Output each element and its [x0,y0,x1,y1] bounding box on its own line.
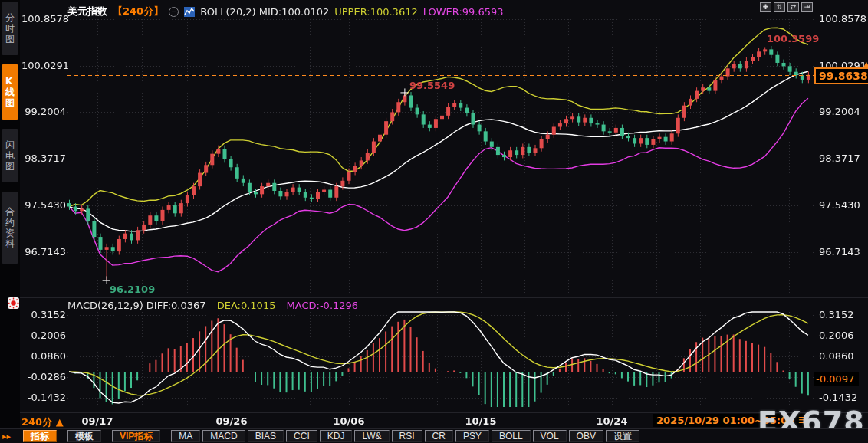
last-macd-tag: -0.0097 [814,372,859,386]
interval-up-arrow-icon: ▲ [56,416,64,428]
annotation-low: 96.2109 [110,284,155,295]
indicator-button-cci[interactable]: CCI [286,430,317,442]
y-axis-label: 97.5430 [21,199,66,211]
indicator-button-boll[interactable]: BOLL [492,430,531,442]
y-axis-label: 99.2004 [21,106,66,117]
indicator-button-lw[interactable]: LW& [354,430,389,442]
symbol-title: 美元指数 [67,5,107,18]
chart-window: 分时图 K线图 闪电图 合约资料 美元指数 【240分】 − [0,0,868,443]
annotation-mid-high: 99.5549 [409,80,455,91]
date-tick-label: 10/24 [597,415,628,427]
indicator-button-psy[interactable]: PSY [455,430,489,442]
x-axis: 240分 ▲ 09/1709/2610/0610/1510/24 2025/10… [20,412,868,428]
chart-type-icon[interactable] [184,7,195,17]
macd-header: MACD(26,12,9) DIFF:0.0367 DEA:0.1015 MAC… [67,300,366,311]
sidebar-tab-kline[interactable]: K线图 [2,64,18,120]
y-axis-label: 98.3717 [819,153,860,164]
date-tick-label: 10/06 [334,415,365,427]
last-price-tag: ▲ 99.8638 [814,67,868,84]
alert-burst-icon[interactable] [7,297,20,313]
last-price-value: 99.8638 [814,67,868,84]
macd-axis-label: -0.1432 [819,392,857,403]
chart-tools: ✚ ⇅ ⇄ ⇥ [760,2,813,12]
sidebar-tab-label: 分时图 [5,12,15,44]
macd-hist-readout: MACD:-0.1296 [287,300,359,311]
toolbar-tab-indicators[interactable]: 指标 [23,430,57,442]
boll-upper-readout: UPPER:100.3612 [334,6,417,18]
sidebar-tab-label: K线图 [5,76,15,108]
axis-zoom-horizontal-icon[interactable]: ⇄ [787,2,799,12]
bottom-toolbar: ▸▸ 指标 模板 VIP指标 MAMACDBIASCCIKDJLW&RSICRP… [0,428,868,443]
indicator-button-macd[interactable]: MACD [202,430,245,442]
macd-axis-label: 0.3152 [819,309,854,320]
y-axis-label: 100.8578 [819,13,866,25]
macd-axis-label: 0.2006 [819,330,854,341]
macd-axis-label: -0.0286 [21,371,66,382]
sidebar-tab-timeshare[interactable]: 分时图 [2,2,18,55]
interval-badge[interactable]: 【240分】 [113,5,163,18]
y-axis-label: 100.0291 [21,60,66,71]
y-axis-label: 96.7143 [819,246,860,258]
indicator-button-[interactable]: 设置 [606,430,639,442]
y-axis-label: 96.7143 [21,246,66,258]
chart-canvas[interactable] [0,0,868,443]
indicator-button-bias[interactable]: BIAS [248,430,284,442]
boll-mid-readout: BOLL(20,2) MID:100.0102 [200,6,329,18]
indicator-buttons: MAMACDBIASCCIKDJLW&RSICRPSYBOLLVOLOBV设置 [171,430,642,442]
indicator-button-cr[interactable]: CR [425,430,453,442]
macd-dea-readout: DEA:0.1015 [217,300,276,311]
date-tick-label: 10/15 [465,415,497,427]
scroll-right-icon[interactable]: ⇥ [801,2,813,12]
indicator-button-rsi[interactable]: RSI [392,430,422,442]
macd-diff-readout: MACD(26,12,9) DIFF:0.0367 [67,300,206,311]
pan-icon[interactable]: ✚ [760,2,771,12]
toolbar-tab-vip-indicators[interactable]: VIP指标 [112,430,160,442]
chart-header: 美元指数 【240分】 − BOLL(20,2) MID:100.0102 UP… [67,5,504,18]
macd-axis-label: 0.0860 [819,350,854,362]
toolbar-tab-templates[interactable]: 模板 [67,430,101,442]
y-axis-label: 99.2004 [819,106,860,117]
y-axis-label: 97.5430 [819,199,860,211]
indicator-button-ma[interactable]: MA [171,430,200,442]
annotation-high: 100.3599 [767,33,819,44]
sidebar-tab-label: 合约资料 [5,206,15,249]
indicator-button-vol[interactable]: VOL [533,430,567,442]
date-tick-label: 09/26 [216,415,248,427]
indicator-button-kdj[interactable]: KDJ [320,430,353,442]
sidebar-tab-lightning[interactable]: 闪电图 [2,129,18,182]
sidebar: 分时图 K线图 闪电图 合约资料 [0,0,20,443]
price-up-arrow-icon: ▲ [863,60,868,68]
indicator-button-obv[interactable]: OBV [569,430,603,442]
axis-zoom-vertical-icon[interactable]: ⇅ [774,2,785,12]
toolbar-expand-icon[interactable]: ▸▸ [0,432,23,441]
boll-lower-readout: LOWER:99.6593 [423,6,504,18]
macd-axis-label: 0.3152 [21,309,66,320]
collapse-icon[interactable]: − [169,7,179,17]
macd-axis-label: -0.1432 [21,392,66,403]
y-axis-label: 100.8578 [21,13,66,25]
interval-footer-label[interactable]: 240分 ▲ [21,415,64,429]
sidebar-tab-contract-info[interactable]: 合约资料 [2,192,18,264]
y-axis-label: 98.3717 [21,153,66,164]
sidebar-tab-label: 闪电图 [5,139,15,172]
macd-axis-label: 0.2006 [21,330,66,341]
date-tick-label: 09/17 [82,415,113,427]
macd-axis-label: 0.0860 [21,350,66,362]
